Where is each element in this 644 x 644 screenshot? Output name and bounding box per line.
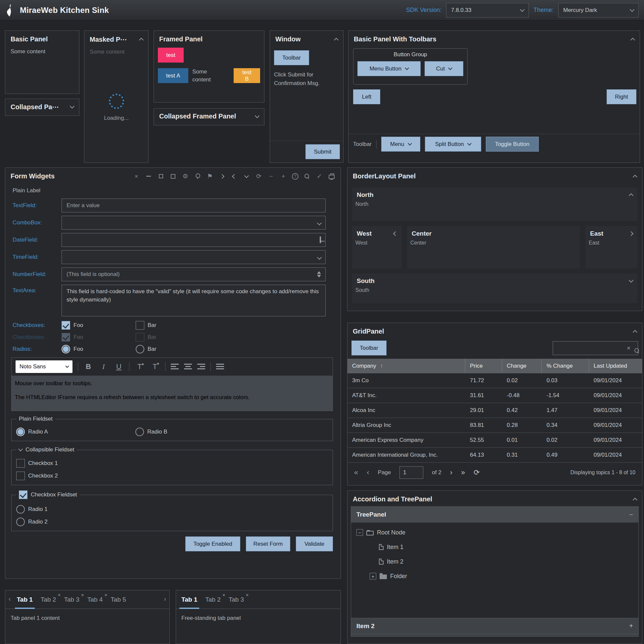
radio-checked-icon[interactable] <box>62 345 70 353</box>
calendar-icon[interactable] <box>320 237 321 243</box>
radio-a[interactable]: Radio A <box>16 428 135 436</box>
expand-node-icon[interactable]: + <box>370 573 376 579</box>
table-row[interactable]: 3m Co 71.72 0.02 0.03 09/01/2024 <box>347 373 642 388</box>
theme-select[interactable]: Mercury Dark <box>558 3 639 18</box>
sdk-version-select[interactable]: 7.8.0.33 <box>446 3 529 18</box>
align-left-icon[interactable] <box>171 364 179 370</box>
search-icon[interactable] <box>303 173 311 180</box>
clear-icon[interactable]: × <box>627 345 630 352</box>
tab-1[interactable]: Tab 1 <box>178 591 201 609</box>
underline-icon[interactable]: U <box>114 362 124 371</box>
tab-scroll-right-button[interactable]: › <box>162 595 167 609</box>
radio-unchecked-icon[interactable] <box>16 518 25 526</box>
timefield-input[interactable] <box>62 250 326 264</box>
collapse-icon[interactable] <box>139 38 144 42</box>
expand-icon[interactable] <box>70 104 74 109</box>
window-toolbar-button[interactable]: Toolbar <box>274 50 309 65</box>
expand-plus-icon[interactable]: + <box>629 622 633 630</box>
grid-search-input[interactable] <box>556 345 623 351</box>
chevron-down-icon[interactable] <box>243 173 250 180</box>
maximize-icon[interactable] <box>157 173 164 180</box>
check-icon[interactable]: ✓ <box>316 173 323 180</box>
radio-1[interactable]: Radio 1 <box>16 505 328 514</box>
collapse-minus-icon[interactable]: − <box>629 511 633 519</box>
toggle-enabled-button[interactable]: Toggle Enabled <box>185 536 240 551</box>
table-row[interactable]: American Express Company 52.55 0.01 0.02… <box>347 433 642 448</box>
close-icon[interactable]: × <box>222 592 225 598</box>
tab-scroll-left-button[interactable]: ‹ <box>7 595 12 609</box>
refresh-icon[interactable]: ⟳ <box>474 468 480 477</box>
right-button[interactable]: Right <box>607 89 636 104</box>
checkbox-unchecked-icon[interactable] <box>16 472 25 480</box>
collapse-icon[interactable] <box>18 447 23 451</box>
first-page-button[interactable]: « <box>354 468 358 477</box>
radio-bar[interactable]: Bar <box>136 345 210 353</box>
close-icon[interactable]: × <box>105 592 108 598</box>
checkbox-unchecked-icon[interactable] <box>16 459 25 468</box>
pin-icon[interactable] <box>194 173 201 180</box>
page-number-input[interactable] <box>399 466 423 479</box>
refresh-icon[interactable]: ⟳ <box>255 173 262 180</box>
collapse-icon[interactable] <box>629 193 633 198</box>
radio-checked-icon[interactable] <box>16 428 25 436</box>
italic-icon[interactable]: I <box>99 362 109 371</box>
submit-button[interactable]: Submit <box>305 144 340 159</box>
close-icon[interactable]: × <box>246 592 249 598</box>
close-icon[interactable]: × <box>81 592 84 598</box>
bold-icon[interactable]: B <box>83 362 93 371</box>
collapse-node-icon[interactable]: − <box>356 529 363 536</box>
split-button[interactable]: Split Button <box>425 137 481 152</box>
checkbox-checked-icon[interactable] <box>62 321 70 330</box>
cut-button[interactable]: Cut <box>425 61 463 76</box>
column-header-pct-change[interactable]: % Change <box>542 359 589 373</box>
left-button[interactable]: Left <box>353 89 380 104</box>
checkbox-bar[interactable]: Bar <box>136 321 210 330</box>
collapsed-panel[interactable]: Collapsed Pa⋯ <box>5 99 79 116</box>
prev-page-button[interactable]: ‹ <box>367 468 369 477</box>
restore-icon[interactable] <box>169 173 177 180</box>
tab-3[interactable]: Tab 3× <box>61 591 82 609</box>
html-editor-content[interactable]: Mouse over toolbar for tooltips. The HTM… <box>12 376 333 411</box>
collapse-icon[interactable] <box>334 37 339 42</box>
chevron-right-icon[interactable] <box>218 173 226 180</box>
textfield-input[interactable] <box>62 199 326 212</box>
tree-node-item2[interactable]: Item 2 <box>351 554 638 569</box>
collapse-right-icon[interactable] <box>629 231 633 236</box>
radio-2[interactable]: Radio 2 <box>16 518 328 526</box>
column-header-last-updated[interactable]: Last Updated <box>589 359 642 373</box>
column-header-price[interactable]: Price <box>465 359 502 373</box>
gear-icon[interactable]: ⚙ <box>182 173 189 180</box>
number-spinner[interactable] <box>317 271 321 278</box>
next-page-button[interactable]: › <box>450 468 452 477</box>
collapse-icon[interactable] <box>633 330 637 334</box>
collapsed-framed-panel[interactable]: Collapsed Framed Panel <box>154 108 264 125</box>
treepanel-header[interactable]: TreePanel − <box>351 507 638 523</box>
plus-icon[interactable]: + <box>280 173 287 180</box>
collapse-icon[interactable] <box>633 174 637 179</box>
tab-1[interactable]: Tab 1 <box>14 591 36 609</box>
tree-node-item1[interactable]: Item 1 <box>351 540 638 554</box>
align-center-icon[interactable] <box>184 364 192 370</box>
datefield-input[interactable] <box>62 233 326 247</box>
checkbox-2[interactable]: Checkbox 2 <box>16 472 328 480</box>
tab-3[interactable]: Tab 3× <box>225 591 247 609</box>
minimize-icon[interactable] <box>145 173 152 180</box>
shrink-text-icon[interactable]: T▼ <box>150 362 160 371</box>
table-row[interactable]: AT&T Inc. 31.61 -0.48 -1.54 09/01/2024 <box>347 388 642 403</box>
column-header-change[interactable]: Change <box>502 359 542 373</box>
flag-icon[interactable]: ⚑ <box>206 173 213 180</box>
checkbox-foo[interactable]: Foo <box>62 321 136 330</box>
tree-node-root[interactable]: − Root Node <box>351 525 638 540</box>
table-row[interactable]: Alcoa Inc 29.01 0.42 1.47 09/01/2024 <box>347 403 642 418</box>
tab-2[interactable]: Tab 2× <box>37 591 59 609</box>
numberfield-input[interactable] <box>62 267 326 281</box>
table-row[interactable]: Altria Group Inc 83.81 0.28 0.34 09/01/2… <box>347 418 642 433</box>
grid-search-field[interactable]: × <box>553 341 638 355</box>
column-header-company[interactable]: Company ↑ <box>347 359 465 373</box>
radio-b[interactable]: Radio B <box>135 428 254 436</box>
radio-unchecked-icon[interactable] <box>16 505 25 514</box>
last-page-button[interactable]: » <box>461 468 465 477</box>
test-a-button[interactable]: test A <box>158 68 188 83</box>
justify-icon[interactable] <box>216 364 224 370</box>
align-right-icon[interactable] <box>197 364 205 370</box>
